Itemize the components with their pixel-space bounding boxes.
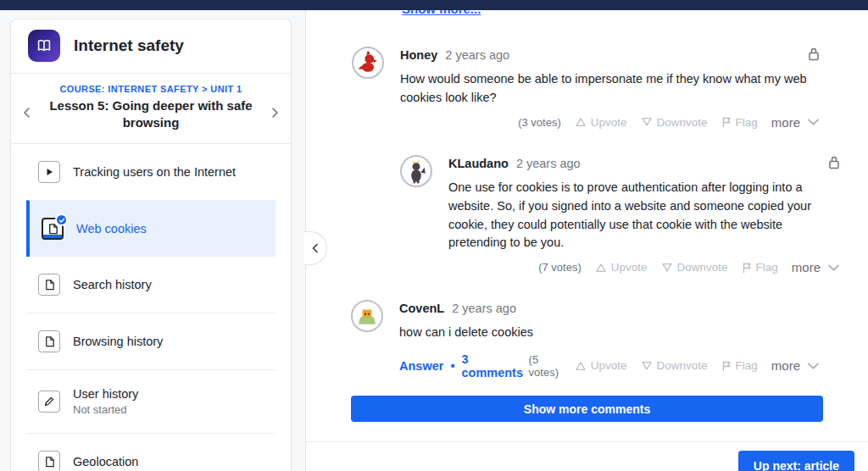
flag-icon	[743, 263, 750, 273]
comment-author[interactable]: Honey	[400, 48, 437, 62]
course-header: Internet safety	[11, 19, 291, 74]
discussion-panel: Show more... Honey 2 years ago How would…	[305, 10, 868, 471]
lesson-card: Internet safety COURSE: INTERNET SAFETY …	[10, 19, 292, 471]
article-completed-icon	[42, 218, 64, 240]
comment-author[interactable]: CovenL	[399, 302, 444, 315]
sidebar-item-search-history[interactable]: Search history	[26, 257, 275, 313]
downvote-icon	[643, 362, 651, 368]
bottom-bar: Up next: article	[306, 441, 868, 471]
more-button[interactable]: more	[792, 260, 840, 274]
comment-timestamp: 2 years ago	[445, 48, 509, 62]
sidebar-item-browsing-history[interactable]: Browsing history	[26, 313, 275, 369]
sidebar-item-user-history[interactable]: User history Not started	[26, 369, 275, 433]
flag-button[interactable]: Flag	[721, 116, 758, 129]
article-icon	[38, 451, 60, 471]
comment: CovenL 2 years ago how can i delete cook…	[351, 300, 820, 380]
sidebar-item-label: Web cookies	[76, 222, 147, 236]
chevron-down-icon	[809, 119, 818, 125]
sidebar-item-web-cookies[interactable]: Web cookies	[26, 200, 275, 257]
downvote-button[interactable]: Downvote	[661, 261, 728, 274]
lesson-navigator: COURSE: INTERNET SAFETY > UNIT 1 Lesson …	[11, 74, 291, 144]
vote-count: (3 votes)	[518, 116, 561, 129]
comment-author[interactable]: KLaudano	[448, 157, 509, 170]
upvote-icon	[576, 119, 585, 125]
comment-actions: (3 votes) Upvote Downvote Flag more	[400, 115, 820, 130]
exercise-pencil-icon	[38, 391, 60, 413]
answer-link[interactable]: Answer	[399, 359, 443, 373]
previous-lesson-button[interactable]	[19, 104, 34, 124]
downvote-button[interactable]: Downvote	[641, 116, 708, 129]
flag-button[interactable]: Flag	[742, 261, 778, 274]
upvote-button[interactable]: Upvote	[595, 261, 648, 274]
comment-actions: (5 votes) Upvote Downvote Flag more	[529, 353, 820, 379]
lock-icon	[808, 47, 820, 64]
chevron-down-icon	[829, 265, 838, 270]
comment-body: how can i delete cookies	[399, 324, 820, 342]
upvote-button[interactable]: Upvote	[575, 359, 627, 372]
article-icon	[38, 274, 60, 296]
vote-count: (5 votes)	[529, 353, 561, 379]
lesson-sidebar: Internet safety COURSE: INTERNET SAFETY …	[0, 10, 305, 471]
comment-body: One use for cookies is to prove authenti…	[448, 179, 840, 252]
flag-button[interactable]: Flag	[721, 359, 758, 372]
course-title: Internet safety	[74, 36, 184, 55]
lesson-item-list: Tracking users on the Internet Web cooki…	[26, 144, 275, 471]
upvote-icon	[597, 264, 605, 271]
flag-icon	[723, 118, 730, 128]
upvote-button[interactable]: Upvote	[575, 116, 627, 129]
sidebar-item-label: Geolocation	[73, 455, 138, 468]
comments-count-link[interactable]: 3 comments	[461, 352, 528, 380]
sidebar-item-label: User history	[73, 387, 138, 401]
progress-bar	[43, 235, 62, 238]
more-button[interactable]: more	[771, 115, 820, 130]
course-book-icon	[28, 30, 60, 62]
sidebar-item-tracking-users[interactable]: Tracking users on the Internet	[26, 144, 275, 200]
upvote-icon	[576, 363, 585, 369]
completed-check-icon	[55, 213, 68, 226]
downvote-button[interactable]: Downvote	[641, 359, 708, 372]
sidebar-item-label: Browsing history	[73, 335, 163, 348]
lesson-title: Lesson 5: Going deeper with safe browsin…	[47, 97, 255, 130]
up-next-button[interactable]: Up next: article	[738, 451, 854, 471]
comment-body: How would someone be able to impersonate…	[400, 70, 820, 108]
avatar-klaudano[interactable]	[400, 155, 432, 187]
comment-actions: (7 votes) Upvote Downvote Flag more	[448, 260, 840, 274]
article-icon	[38, 330, 60, 352]
comment-timestamp: 2 years ago	[516, 157, 581, 170]
downvote-icon	[643, 119, 651, 125]
comment-timestamp: 2 years ago	[452, 302, 516, 315]
comment-reply: KLaudano 2 years ago One use for cookies…	[400, 155, 820, 274]
item-status-text: Not started	[73, 403, 138, 416]
answer-links: Answer • 3 comments	[399, 352, 529, 380]
collapse-sidebar-button[interactable]	[304, 231, 327, 265]
top-navigation-bar	[0, 0, 868, 10]
vote-count: (7 votes)	[538, 261, 581, 274]
avatar-covenl[interactable]	[351, 300, 383, 332]
sidebar-item-label: Tracking users on the Internet	[73, 165, 236, 179]
next-lesson-button[interactable]	[268, 104, 282, 124]
flag-icon	[723, 361, 730, 371]
breadcrumb[interactable]: COURSE: INTERNET SAFETY > UNIT 1	[47, 84, 255, 94]
chevron-down-icon	[809, 363, 818, 368]
sidebar-item-geolocation[interactable]: Geolocation	[26, 433, 275, 471]
sidebar-item-label: Search history	[73, 278, 152, 291]
avatar-honey[interactable]	[352, 47, 384, 79]
comment: Honey 2 years ago How would someone be a…	[352, 47, 820, 130]
more-button[interactable]: more	[771, 358, 820, 373]
dot-separator: •	[450, 359, 454, 373]
lock-icon	[828, 155, 840, 173]
downvote-icon	[663, 263, 671, 270]
video-icon	[38, 161, 60, 183]
show-more-comments-button[interactable]: Show more comments	[351, 396, 823, 422]
